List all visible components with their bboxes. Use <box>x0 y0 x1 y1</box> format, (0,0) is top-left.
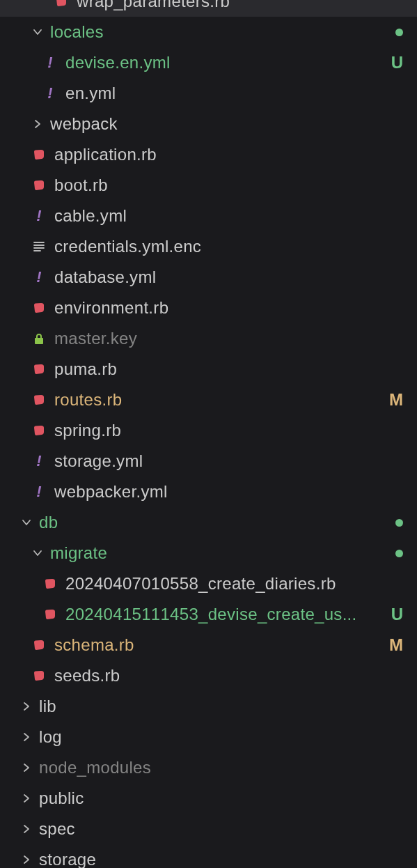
folder-name: node_modules <box>39 758 403 777</box>
ruby-icon <box>31 300 47 316</box>
file-item[interactable]: spring.rb <box>0 415 417 446</box>
lock-icon <box>31 330 47 347</box>
file-name: master.key <box>54 329 403 348</box>
folder-item[interactable]: migrate <box>0 538 417 568</box>
folder-item[interactable]: storage <box>0 844 417 868</box>
file-name: en.yml <box>65 84 403 103</box>
file-name: 20240415111453_devise_create_us... <box>65 605 386 624</box>
file-item[interactable]: wrap_parameters.rb <box>0 0 417 17</box>
chevron-down-icon[interactable] <box>31 546 45 560</box>
folder-item[interactable]: db <box>0 507 417 538</box>
folder-item[interactable]: locales <box>0 17 417 47</box>
folder-item[interactable]: log <box>0 722 417 752</box>
git-status-badge: U <box>391 605 403 624</box>
file-name: 20240407010558_create_diaries.rb <box>65 574 403 594</box>
file-name: webpacker.yml <box>54 482 403 502</box>
file-name: database.yml <box>54 268 403 287</box>
folder-name: storage <box>39 850 403 868</box>
file-item[interactable]: master.key <box>0 323 417 354</box>
yml-icon <box>31 269 47 286</box>
file-item[interactable]: devise.en.ymlU <box>0 47 417 78</box>
folder-item[interactable]: spec <box>0 814 417 844</box>
file-item[interactable]: routes.rbM <box>0 385 417 415</box>
file-item[interactable]: database.yml <box>0 262 417 293</box>
folder-name: migrate <box>50 543 390 563</box>
folder-name: public <box>39 789 403 808</box>
ruby-icon <box>42 606 58 623</box>
file-name: credentials.yml.enc <box>54 237 403 256</box>
file-name: routes.rb <box>54 390 384 410</box>
file-explorer-tree: wrap_parameters.rblocalesdevise.en.ymlUe… <box>0 0 417 868</box>
file-item[interactable]: environment.rb <box>0 293 417 323</box>
git-status-dot <box>395 550 403 557</box>
folder-item[interactable]: webpack <box>0 109 417 139</box>
file-item[interactable]: application.rb <box>0 139 417 170</box>
chevron-right-icon[interactable] <box>19 730 33 744</box>
file-name: application.rb <box>54 145 403 164</box>
chevron-right-icon[interactable] <box>19 791 33 805</box>
ruby-icon <box>31 361 47 378</box>
folder-name: lib <box>39 697 403 716</box>
file-item[interactable]: storage.yml <box>0 446 417 476</box>
ruby-icon <box>31 146 47 163</box>
git-status-badge: M <box>389 390 403 410</box>
file-name: storage.yml <box>54 451 403 471</box>
text-file-icon <box>31 238 47 255</box>
chevron-right-icon[interactable] <box>19 853 33 867</box>
file-item[interactable]: puma.rb <box>0 354 417 385</box>
file-item[interactable]: seeds.rb <box>0 660 417 691</box>
yml-icon <box>31 483 47 500</box>
file-item[interactable]: 20240415111453_devise_create_us...U <box>0 599 417 630</box>
folder-name: webpack <box>50 114 403 134</box>
file-name: boot.rb <box>54 176 403 195</box>
file-name: seeds.rb <box>54 666 403 685</box>
file-item[interactable]: boot.rb <box>0 170 417 201</box>
file-item[interactable]: credentials.yml.enc <box>0 231 417 262</box>
file-item[interactable]: webpacker.yml <box>0 476 417 507</box>
folder-name: locales <box>50 22 390 42</box>
chevron-down-icon[interactable] <box>19 516 33 529</box>
chevron-right-icon[interactable] <box>31 117 45 131</box>
folder-item[interactable]: public <box>0 783 417 814</box>
file-item[interactable]: cable.yml <box>0 201 417 231</box>
yml-icon <box>31 208 47 224</box>
file-name: cable.yml <box>54 206 403 226</box>
file-name: wrap_parameters.rb <box>77 0 403 11</box>
git-status-dot <box>395 519 403 527</box>
file-name: devise.en.yml <box>65 53 386 72</box>
yml-icon <box>42 54 58 71</box>
file-name: puma.rb <box>54 359 403 379</box>
ruby-icon <box>31 422 47 439</box>
file-name: spring.rb <box>54 421 403 440</box>
ruby-icon <box>31 667 47 684</box>
folder-item[interactable]: lib <box>0 691 417 722</box>
chevron-down-icon[interactable] <box>31 25 45 39</box>
file-item[interactable]: en.yml <box>0 78 417 109</box>
git-status-dot <box>395 29 403 36</box>
git-status-badge: U <box>391 53 403 72</box>
chevron-right-icon[interactable] <box>19 822 33 836</box>
ruby-icon <box>31 177 47 194</box>
chevron-right-icon[interactable] <box>19 699 33 713</box>
chevron-right-icon[interactable] <box>19 761 33 775</box>
file-name: schema.rb <box>54 635 384 655</box>
ruby-icon <box>42 575 58 592</box>
git-status-badge: M <box>389 635 403 655</box>
file-name: environment.rb <box>54 298 403 318</box>
file-item[interactable]: schema.rbM <box>0 630 417 660</box>
yml-icon <box>42 85 58 102</box>
yml-icon <box>31 453 47 470</box>
folder-name: db <box>39 513 390 532</box>
ruby-icon <box>31 637 47 653</box>
file-item[interactable]: 20240407010558_create_diaries.rb <box>0 568 417 599</box>
ruby-icon <box>31 392 47 408</box>
folder-name: log <box>39 727 403 747</box>
ruby-icon <box>53 0 70 10</box>
folder-item[interactable]: node_modules <box>0 752 417 783</box>
folder-name: spec <box>39 819 403 839</box>
